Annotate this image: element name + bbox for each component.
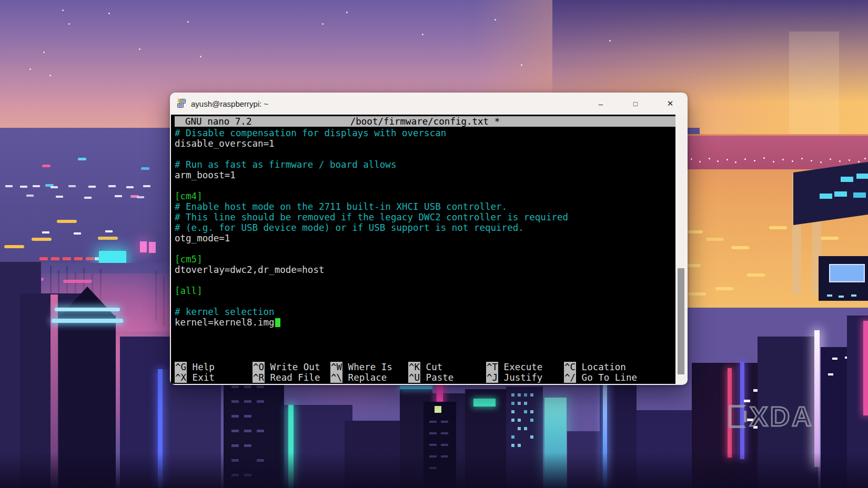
shortcut-label: Help	[187, 362, 215, 372]
shortcut-label: Read File	[265, 372, 320, 383]
wallpaper-foreground-haze	[0, 452, 868, 488]
minimize-button[interactable]: –	[583, 93, 618, 115]
shortcut-row: ^X Exit^R Read File^\ Replace^U Paste^J …	[175, 372, 675, 383]
shortcut-label: Location	[576, 362, 626, 372]
pyramid-neon-band	[55, 308, 120, 311]
shortcut-execute: ^T Execute	[486, 362, 564, 372]
scrollbar-thumb[interactable]	[678, 268, 684, 374]
xda-logo: XDA	[729, 401, 860, 432]
window-controls: – □ ✕	[583, 93, 688, 115]
wallpaper-red-lights	[39, 257, 48, 260]
editor-line: otg_mode=1	[175, 233, 675, 243]
editor-line	[175, 275, 675, 286]
shortcut-justify: ^J Justify	[486, 372, 564, 383]
maximize-button[interactable]: □	[618, 93, 653, 115]
close-button[interactable]: ✕	[653, 93, 688, 115]
nano-title-bar: GNU nano 7.2 /boot/firmware/config.txt *	[175, 116, 675, 127]
wallpaper-neon-lights-pink	[42, 165, 51, 167]
terminal-screen[interactable]: GNU nano 7.2 /boot/firmware/config.txt *…	[171, 115, 687, 384]
shortcut-go-to-line: ^/ Go To Line	[564, 372, 642, 383]
shortcut-paste: ^U Paste	[408, 372, 486, 383]
editor-line: # Disable compensation for displays with…	[175, 128, 675, 138]
shortcut-help: ^G Help	[175, 362, 253, 372]
wallpaper-window-lights	[5, 185, 13, 187]
shortcut-label: Execute	[498, 362, 542, 372]
editor-line: kernel=kernel8.img	[175, 317, 675, 328]
xda-bracket-icon	[729, 405, 746, 428]
wallpaper-sun-reflections	[685, 230, 703, 233]
nano-shortcut-bar: ^G Help^O Write Out^W Where Is^K Cut^T E…	[175, 362, 675, 383]
wallpaper-pier-windows	[841, 177, 853, 182]
wallpaper-cyan-billboard	[99, 251, 126, 263]
shortcut-write-out: ^O Write Out	[253, 362, 330, 372]
shortcut-key: ^K	[408, 362, 420, 372]
scrollbar-track[interactable]	[675, 115, 687, 384]
shortcut-key: ^X	[175, 372, 187, 383]
shortcut-key: ^U	[408, 372, 420, 383]
shortcut-replace: ^\ Replace	[330, 372, 408, 383]
wallpaper-neon-lights-cyan	[78, 158, 86, 160]
building-windows	[511, 393, 514, 396]
editor-line: [cm4]	[175, 191, 675, 201]
building-windows	[429, 421, 437, 423]
wallpaper-pier	[793, 162, 868, 225]
editor-line	[175, 149, 675, 159]
editor-line: # Run as fast as firmware / board allows	[175, 159, 675, 170]
building-white-neon	[814, 330, 820, 467]
shortcut-label: Cut	[420, 362, 442, 372]
shortcut-exit: ^X Exit	[175, 372, 253, 383]
shortcut-key: ^J	[486, 372, 498, 383]
editor-line: # This line should be removed if the leg…	[175, 212, 675, 222]
wallpaper-pier-screen	[829, 264, 865, 282]
shortcut-read-file: ^R Read File	[253, 372, 330, 383]
building-windows	[827, 294, 832, 297]
window-titlebar[interactable]: ayush@raspberrypi: ~ – □ ✕	[170, 93, 688, 115]
wallpaper-stars	[62, 9, 64, 11]
shortcut-key: ^/	[564, 372, 576, 383]
shortcut-label: Replace	[342, 372, 387, 383]
shortcut-key: ^R	[253, 372, 265, 383]
text-cursor	[275, 318, 280, 327]
editor-line: disable_overscan=1	[175, 138, 675, 149]
editor-line: # kernel selection	[175, 307, 675, 317]
editor-line: arm_boost=1	[175, 170, 675, 180]
building-pink-neon	[863, 321, 868, 415]
editor-line: [cm5]	[175, 254, 675, 265]
terminal-window: ayush@raspberrypi: ~ – □ ✕ GNU nano 7.2 …	[170, 93, 688, 385]
shortcut-where-is: ^W Where Is	[330, 362, 408, 372]
nano-file-label: /boot/firmware/config.txt *	[175, 116, 675, 127]
shortcut-row: ^G Help^O Write Out^W Where Is^K Cut^T E…	[175, 362, 675, 372]
nano-editor: GNU nano 7.2 /boot/firmware/config.txt *…	[175, 116, 675, 384]
putty-icon	[176, 98, 187, 109]
building-cyan-top	[400, 385, 432, 389]
shortcut-key: ^G	[175, 362, 187, 372]
wallpaper-pink-windows	[140, 241, 147, 252]
shortcut-key: ^W	[330, 362, 342, 372]
xda-logo-text: XDA	[750, 401, 814, 432]
shortcut-label: Write Out	[265, 362, 320, 372]
building-lit-window	[435, 406, 441, 413]
pyramid-tower-top	[59, 287, 116, 317]
shortcut-key: ^\	[330, 372, 342, 383]
editor-line: [all]	[175, 286, 675, 296]
shortcut-location: ^C Location	[564, 362, 642, 372]
shortcut-label: Paste	[420, 372, 453, 383]
shortcut-key: ^C	[564, 362, 576, 372]
editor-line	[175, 180, 675, 191]
window-title: ayush@raspberrypi: ~	[191, 99, 268, 108]
wallpaper-neon-lights-yellow	[4, 245, 24, 248]
editor-line: dtoverlay=dwc2,dr_mode=host	[175, 265, 675, 275]
shortcut-label: Go To Line	[576, 372, 637, 383]
building-teal-sign	[473, 399, 496, 406]
shortcut-label: Justify	[498, 372, 542, 383]
editor-line: # (e.g. for USB device mode) or if USB s…	[175, 222, 675, 233]
editor-line: # Enable host mode on the 2711 built-in …	[175, 201, 675, 212]
editor-line	[175, 296, 675, 307]
shortcut-key: ^T	[486, 362, 498, 372]
shortcut-label: Where Is	[342, 362, 392, 372]
editor-line	[175, 243, 675, 254]
pyramid-neon-band	[52, 319, 123, 323]
shortcut-key: ^O	[253, 362, 265, 372]
shortcut-cut: ^K Cut	[408, 362, 486, 372]
shortcut-label: Exit	[187, 372, 215, 383]
